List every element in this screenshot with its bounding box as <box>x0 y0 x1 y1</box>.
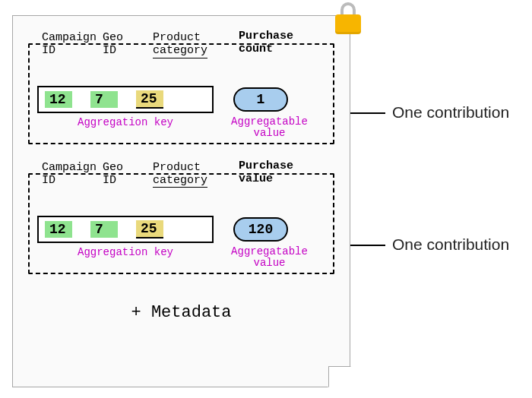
aggregation-key-box-2: 12 7 25 <box>37 216 214 243</box>
connector-line-2 <box>350 245 385 246</box>
product-category-chip: 25 <box>136 220 163 238</box>
header-purchase-count: Purchase count <box>239 30 322 56</box>
header-geo-id: Geo ID <box>103 31 123 58</box>
campaign-id-chip: 12 <box>45 221 72 238</box>
lock-icon <box>332 2 364 36</box>
header-product-category: Product category <box>153 161 207 188</box>
contribution-block-2: Campaign ID Geo ID Product category Purc… <box>28 173 334 274</box>
sublabel-aggregatable-value-2: Aggregatable value <box>214 246 325 270</box>
document-fold-icon <box>328 366 351 387</box>
column-headers-2: Campaign ID Geo ID Product category Purc… <box>37 182 325 211</box>
column-headers-1: Campaign ID Geo ID Product category Purc… <box>37 52 325 81</box>
metadata-label: + Metadata <box>28 303 334 322</box>
annotation-one-contribution-1: One contribution <box>392 103 509 122</box>
contribution-block-1: Campaign ID Geo ID Product category Purc… <box>28 43 334 144</box>
annotation-one-contribution-2: One contribution <box>392 235 509 254</box>
header-campaign-id: Campaign ID <box>42 161 97 188</box>
sublabel-aggregation-key-1: Aggregation key <box>37 116 214 140</box>
header-geo-id: Geo ID <box>103 161 123 188</box>
geo-id-chip: 7 <box>90 91 118 108</box>
aggregatable-value-pill-1: 1 <box>233 87 288 112</box>
document-note: Campaign ID Geo ID Product category Purc… <box>12 15 350 387</box>
sublabel-aggregatable-value-1: Aggregatable value <box>214 116 325 140</box>
geo-id-chip: 7 <box>90 221 118 238</box>
sublabel-aggregation-key-2: Aggregation key <box>37 246 214 270</box>
header-product-category: Product category <box>153 31 207 58</box>
campaign-id-chip: 12 <box>45 91 72 108</box>
aggregatable-value-pill-2: 120 <box>233 217 288 242</box>
header-purchase-value: Purchase value <box>239 160 322 186</box>
connector-line-1 <box>350 112 385 114</box>
header-campaign-id: Campaign ID <box>42 31 97 58</box>
aggregation-key-box-1: 12 7 25 <box>37 86 214 113</box>
product-category-chip: 25 <box>136 90 163 109</box>
